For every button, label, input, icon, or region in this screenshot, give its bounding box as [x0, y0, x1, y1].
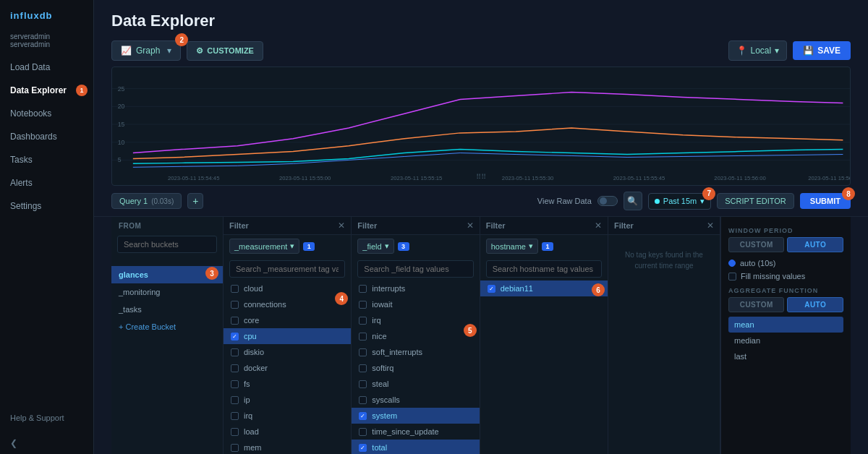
filter1-cb-irq	[231, 412, 239, 420]
filter2-item-syscalls[interactable]: syscalls	[352, 392, 479, 408]
filter2-item-irq[interactable]: irq	[352, 312, 479, 328]
filter3-item-debian11[interactable]: ✓ debian11	[480, 280, 608, 296]
bucket-item-monitoring[interactable]: _monitoring	[111, 283, 223, 301]
filter1-close[interactable]: ✕	[338, 220, 345, 231]
filter2-item-iowait[interactable]: iowait	[352, 296, 479, 312]
filter2-item-softirq[interactable]: softirq	[352, 360, 479, 376]
sidebar: influxdb serveradmin serveradmin Load Da…	[0, 0, 94, 454]
local-button[interactable]: 📍 Local ▾	[728, 40, 788, 61]
filter1-item-docker[interactable]: docker	[224, 360, 351, 376]
sidebar-item-notebooks[interactable]: Notebooks	[0, 102, 93, 125]
filter4-header: Filter ✕	[608, 217, 720, 235]
filter1-item-core[interactable]: core	[224, 312, 351, 328]
page-title: Data Explorer	[111, 12, 215, 30]
customize-button[interactable]: ⚙ CUSTOMIZE	[187, 41, 263, 61]
window-period-custom[interactable]: CUSTOM	[728, 237, 785, 252]
agg-item-last[interactable]: last	[728, 348, 843, 364]
filter-panel-measurement: Filter ✕ _measurement ▾ 1 4	[224, 217, 352, 454]
sidebar-item-dashboards-label: Dashboards	[10, 132, 57, 142]
filter3-close[interactable]: ✕	[595, 220, 602, 231]
filter1-item-ip[interactable]: ip	[224, 392, 351, 408]
fill-missing-checkbox[interactable]	[728, 273, 736, 280]
agg-item-median[interactable]: median	[728, 333, 843, 348]
filter2-item-soft-interrupts[interactable]: soft_interrupts	[352, 344, 479, 360]
filter3-header: Filter ✕	[480, 217, 608, 235]
bucket-search-input[interactable]	[117, 236, 217, 253]
filter2-item-time-since-update[interactable]: time_since_update	[352, 424, 479, 440]
svg-text:2023-05-11 15:55:45: 2023-05-11 15:55:45	[613, 175, 665, 181]
filter1-item-cpu[interactable]: ✓ cpu	[224, 328, 351, 344]
bucket-item-create[interactable]: + Create Bucket	[111, 318, 223, 335]
view-raw-toggle[interactable]	[597, 196, 618, 206]
filter1-item-fs[interactable]: fs	[224, 376, 351, 392]
auto-value-label: auto (10s)	[740, 259, 776, 267]
add-query-button[interactable]: +	[187, 193, 203, 209]
filter2-item-total[interactable]: ✓ total	[352, 440, 479, 454]
search-button[interactable]: 🔍	[624, 192, 642, 210]
filter2-item-steal[interactable]: steal	[352, 376, 479, 392]
sidebar-collapse-button[interactable]: ❮	[0, 432, 93, 454]
agg-auto[interactable]: AUTO	[787, 297, 843, 312]
auto-value-option[interactable]: auto (10s)	[728, 257, 843, 270]
sidebar-item-tasks[interactable]: Tasks	[0, 148, 93, 171]
filter3-count-badge: 1	[542, 242, 553, 251]
filter3-list: 6 ✓ debian11	[480, 280, 608, 454]
filter1-item-mem[interactable]: mem	[224, 440, 351, 454]
filter2-label: Filter	[357, 221, 377, 230]
sidebar-item-settings[interactable]: Settings	[0, 194, 93, 218]
sidebar-item-data-explorer[interactable]: Data Explorer 1	[0, 79, 93, 102]
filter3-select-row: hostname ▾ 1	[480, 235, 608, 257]
badge-6: 6	[592, 283, 605, 296]
filter3-search-input[interactable]	[486, 260, 602, 278]
sidebar-item-alerts[interactable]: Alerts	[0, 171, 93, 194]
filter2-count-badge: 3	[398, 242, 409, 251]
sidebar-item-load-data[interactable]: Load Data	[0, 56, 93, 79]
filter2-close[interactable]: ✕	[467, 220, 474, 231]
script-editor-button[interactable]: SCRIPT EDITOR	[717, 193, 794, 209]
filter1-item-cloud[interactable]: cloud	[224, 280, 351, 296]
filter2-item-system[interactable]: ✓ system	[352, 408, 479, 424]
sidebar-item-dashboards[interactable]: Dashboards	[0, 125, 93, 148]
filter1-item-load[interactable]: load	[224, 424, 351, 440]
filter2-cb-iowait	[359, 301, 367, 309]
from-panel: FROM 3 glances _monitoring _tasks	[111, 217, 224, 454]
view-raw-data-label: View Raw Data	[537, 197, 592, 205]
sidebar-nav: Load Data Data Explorer 1 Notebooks Dash…	[0, 56, 93, 403]
toolbar: 2 📈 Graph ▾ ⚙ CUSTOMIZE 📍 Local ▾ 💾 SAVE	[94, 38, 868, 67]
query-timing: (0.03s)	[151, 197, 174, 205]
window-period-auto[interactable]: AUTO	[787, 237, 843, 252]
query-tab-1[interactable]: Query 1 (0.03s)	[111, 193, 182, 209]
query-bar-left: Query 1 (0.03s) +	[111, 193, 203, 209]
aggregate-title: AGGREGATE FUNCTION	[728, 287, 843, 294]
bucket-item-tasks[interactable]: _tasks	[111, 301, 223, 318]
chart-drag-handle[interactable]: ⠿⠿	[476, 173, 486, 181]
save-button[interactable]: 💾 SAVE	[793, 41, 851, 60]
help-support[interactable]: Help & Support	[0, 403, 93, 432]
fill-missing-label: Fill missing values	[741, 272, 805, 280]
agg-item-mean[interactable]: mean	[728, 317, 843, 333]
filter2-search-input[interactable]	[357, 260, 473, 278]
filter3-field-select[interactable]: hostname ▾	[486, 239, 538, 254]
filter2-cb-system: ✓	[359, 412, 367, 420]
filter1-search-input[interactable]	[229, 260, 345, 278]
graph-label: Graph	[136, 46, 160, 56]
graph-type-button[interactable]: 📈 Graph ▾	[111, 40, 181, 61]
query-bar-right: View Raw Data 🔍 7 Past 15m ▾ SCRIPT EDIT…	[537, 192, 851, 210]
filter2-item-interrupts[interactable]: interrupts	[352, 280, 479, 296]
agg-custom[interactable]: CUSTOM	[728, 297, 785, 312]
window-period-buttons: CUSTOM AUTO	[728, 237, 843, 252]
filter2-item-nice[interactable]: nice	[352, 328, 479, 344]
fill-missing-row: Fill missing values	[728, 270, 843, 283]
filter2-select-arrow: ▾	[385, 241, 389, 251]
filter1-cb-core	[231, 317, 239, 325]
filter2-field-select[interactable]: _field ▾	[357, 239, 393, 254]
time-range-button[interactable]: Past 15m ▾	[648, 193, 711, 210]
filter1-field-select[interactable]: _measurement ▾	[229, 239, 299, 254]
filter1-item-diskio[interactable]: diskio	[224, 344, 351, 360]
filter2-list: 5 interrupts iowait irq nice	[352, 280, 479, 454]
filter4-close[interactable]: ✕	[707, 220, 714, 231]
filter1-item-connections[interactable]: connections	[224, 296, 351, 312]
filter1-item-irq[interactable]: irq	[224, 408, 351, 424]
user-info: serveradmin serveradmin	[0, 28, 93, 56]
filter2-select-row: _field ▾ 3	[352, 235, 479, 257]
